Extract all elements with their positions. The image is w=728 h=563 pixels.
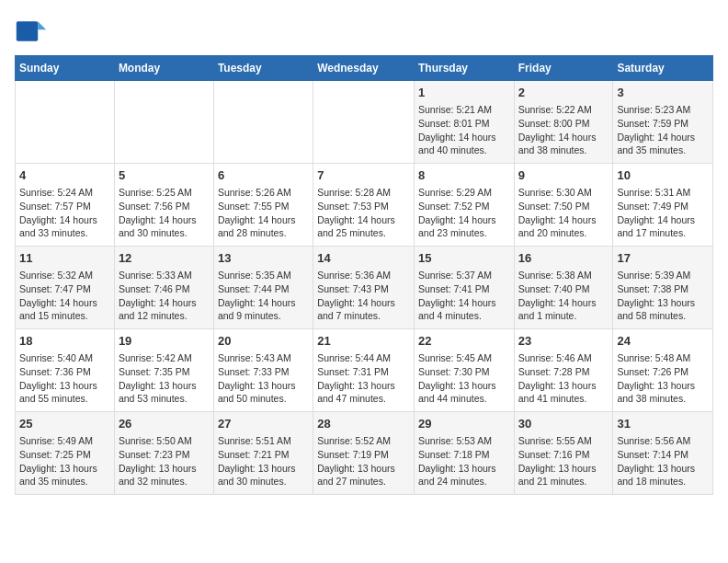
day-content: Sunrise: 5:29 AM Sunset: 7:52 PM Dayligh… <box>418 186 510 240</box>
day-content: Sunrise: 5:33 AM Sunset: 7:46 PM Dayligh… <box>119 269 210 323</box>
day-number: 18 <box>19 333 110 350</box>
day-content: Sunrise: 5:35 AM Sunset: 7:44 PM Dayligh… <box>218 269 309 323</box>
day-content: Sunrise: 5:31 AM Sunset: 7:49 PM Dayligh… <box>617 186 709 240</box>
day-content: Sunrise: 5:44 AM Sunset: 7:31 PM Dayligh… <box>317 351 410 406</box>
day-number: 1 <box>418 85 510 101</box>
day-number: 27 <box>218 416 309 432</box>
calendar-cell: 11Sunrise: 5:32 AM Sunset: 7:47 PM Dayli… <box>16 247 115 329</box>
calendar-week-row: 18Sunrise: 5:40 AM Sunset: 7:36 PM Dayli… <box>16 329 713 412</box>
day-content: Sunrise: 5:56 AM Sunset: 7:14 PM Dayligh… <box>617 434 709 488</box>
svg-marker-1 <box>38 21 46 29</box>
calendar-cell: 6Sunrise: 5:26 AM Sunset: 7:55 PM Daylig… <box>213 164 313 247</box>
day-number: 15 <box>418 250 510 267</box>
day-number: 14 <box>317 250 410 267</box>
day-content: Sunrise: 5:43 AM Sunset: 7:33 PM Dayligh… <box>218 351 309 406</box>
header-wednesday: Wednesday <box>313 56 415 81</box>
day-content: Sunrise: 5:40 AM Sunset: 7:36 PM Dayligh… <box>19 351 110 406</box>
day-content: Sunrise: 5:53 AM Sunset: 7:18 PM Dayligh… <box>418 434 510 488</box>
day-content: Sunrise: 5:30 AM Sunset: 7:50 PM Dayligh… <box>518 186 609 240</box>
calendar-cell: 24Sunrise: 5:48 AM Sunset: 7:26 PM Dayli… <box>613 329 713 412</box>
day-content: Sunrise: 5:49 AM Sunset: 7:25 PM Dayligh… <box>19 434 110 488</box>
day-content: Sunrise: 5:21 AM Sunset: 8:01 PM Dayligh… <box>418 103 510 157</box>
calendar-cell: 8Sunrise: 5:29 AM Sunset: 7:52 PM Daylig… <box>414 164 514 247</box>
calendar-week-row: 1Sunrise: 5:21 AM Sunset: 8:01 PM Daylig… <box>16 81 713 164</box>
calendar-cell: 16Sunrise: 5:38 AM Sunset: 7:40 PM Dayli… <box>514 247 613 329</box>
day-content: Sunrise: 5:50 AM Sunset: 7:23 PM Dayligh… <box>119 434 210 488</box>
calendar-week-row: 25Sunrise: 5:49 AM Sunset: 7:25 PM Dayli… <box>16 412 713 495</box>
day-content: Sunrise: 5:37 AM Sunset: 7:41 PM Dayligh… <box>418 269 510 323</box>
day-number: 7 <box>317 167 410 184</box>
day-number: 8 <box>418 167 510 184</box>
calendar-cell: 17Sunrise: 5:39 AM Sunset: 7:38 PM Dayli… <box>613 247 713 329</box>
logo-icon <box>15 15 48 48</box>
header-tuesday: Tuesday <box>213 56 313 81</box>
day-number: 21 <box>317 333 410 350</box>
calendar-cell: 5Sunrise: 5:25 AM Sunset: 7:56 PM Daylig… <box>114 164 213 247</box>
day-content: Sunrise: 5:46 AM Sunset: 7:28 PM Dayligh… <box>518 351 609 406</box>
day-number: 31 <box>617 416 709 432</box>
calendar-cell <box>213 81 313 164</box>
calendar-cell: 15Sunrise: 5:37 AM Sunset: 7:41 PM Dayli… <box>414 247 514 329</box>
day-number: 13 <box>218 250 309 267</box>
calendar-cell: 27Sunrise: 5:51 AM Sunset: 7:21 PM Dayli… <box>213 412 313 495</box>
day-number: 11 <box>19 250 110 267</box>
day-number: 30 <box>518 416 609 432</box>
calendar-header-row: SundayMondayTuesdayWednesdayThursdayFrid… <box>16 56 713 81</box>
day-content: Sunrise: 5:42 AM Sunset: 7:35 PM Dayligh… <box>119 351 210 406</box>
day-content: Sunrise: 5:39 AM Sunset: 7:38 PM Dayligh… <box>617 269 709 323</box>
calendar-cell: 10Sunrise: 5:31 AM Sunset: 7:49 PM Dayli… <box>613 164 713 247</box>
calendar-cell <box>114 81 213 164</box>
calendar-cell: 25Sunrise: 5:49 AM Sunset: 7:25 PM Dayli… <box>16 412 115 495</box>
calendar-cell: 21Sunrise: 5:44 AM Sunset: 7:31 PM Dayli… <box>313 329 415 412</box>
calendar-week-row: 4Sunrise: 5:24 AM Sunset: 7:57 PM Daylig… <box>16 164 713 247</box>
calendar-cell: 31Sunrise: 5:56 AM Sunset: 7:14 PM Dayli… <box>613 412 713 495</box>
day-content: Sunrise: 5:26 AM Sunset: 7:55 PM Dayligh… <box>218 186 309 240</box>
day-number: 23 <box>518 333 609 350</box>
day-number: 9 <box>518 167 609 184</box>
day-number: 19 <box>119 333 210 350</box>
day-content: Sunrise: 5:24 AM Sunset: 7:57 PM Dayligh… <box>19 186 110 240</box>
day-content: Sunrise: 5:51 AM Sunset: 7:21 PM Dayligh… <box>218 434 309 488</box>
day-number: 6 <box>218 167 309 184</box>
day-content: Sunrise: 5:52 AM Sunset: 7:19 PM Dayligh… <box>317 434 410 488</box>
calendar-cell: 29Sunrise: 5:53 AM Sunset: 7:18 PM Dayli… <box>414 412 514 495</box>
calendar-cell: 18Sunrise: 5:40 AM Sunset: 7:36 PM Dayli… <box>16 329 115 412</box>
day-number: 26 <box>119 416 210 432</box>
day-content: Sunrise: 5:23 AM Sunset: 7:59 PM Dayligh… <box>617 103 709 157</box>
calendar-cell: 13Sunrise: 5:35 AM Sunset: 7:44 PM Dayli… <box>213 247 313 329</box>
calendar-cell: 22Sunrise: 5:45 AM Sunset: 7:30 PM Dayli… <box>414 329 514 412</box>
day-content: Sunrise: 5:55 AM Sunset: 7:16 PM Dayligh… <box>518 434 609 488</box>
calendar-cell: 19Sunrise: 5:42 AM Sunset: 7:35 PM Dayli… <box>114 329 213 412</box>
calendar-cell: 26Sunrise: 5:50 AM Sunset: 7:23 PM Dayli… <box>114 412 213 495</box>
header-monday: Monday <box>114 56 213 81</box>
day-number: 28 <box>317 416 410 432</box>
calendar-cell: 30Sunrise: 5:55 AM Sunset: 7:16 PM Dayli… <box>514 412 613 495</box>
day-content: Sunrise: 5:32 AM Sunset: 7:47 PM Dayligh… <box>19 269 110 323</box>
calendar-cell: 4Sunrise: 5:24 AM Sunset: 7:57 PM Daylig… <box>16 164 115 247</box>
calendar-table: SundayMondayTuesdayWednesdayThursdayFrid… <box>15 55 713 495</box>
day-number: 20 <box>218 333 309 350</box>
day-number: 4 <box>19 167 110 184</box>
header-friday: Friday <box>514 56 613 81</box>
day-content: Sunrise: 5:28 AM Sunset: 7:53 PM Dayligh… <box>317 186 410 240</box>
calendar-cell: 1Sunrise: 5:21 AM Sunset: 8:01 PM Daylig… <box>414 81 514 164</box>
logo <box>15 15 51 48</box>
calendar-cell: 12Sunrise: 5:33 AM Sunset: 7:46 PM Dayli… <box>114 247 213 329</box>
day-content: Sunrise: 5:48 AM Sunset: 7:26 PM Dayligh… <box>617 351 709 406</box>
day-content: Sunrise: 5:22 AM Sunset: 8:00 PM Dayligh… <box>518 103 609 157</box>
day-number: 2 <box>518 85 609 101</box>
day-number: 25 <box>19 416 110 432</box>
day-number: 24 <box>617 333 709 350</box>
page-header <box>15 15 713 48</box>
day-number: 16 <box>518 250 609 267</box>
svg-rect-0 <box>17 21 38 41</box>
day-number: 10 <box>617 167 709 184</box>
day-content: Sunrise: 5:45 AM Sunset: 7:30 PM Dayligh… <box>418 351 510 406</box>
calendar-cell: 3Sunrise: 5:23 AM Sunset: 7:59 PM Daylig… <box>613 81 713 164</box>
calendar-cell: 9Sunrise: 5:30 AM Sunset: 7:50 PM Daylig… <box>514 164 613 247</box>
day-number: 3 <box>617 85 709 101</box>
day-number: 5 <box>119 167 210 184</box>
day-content: Sunrise: 5:38 AM Sunset: 7:40 PM Dayligh… <box>518 269 609 323</box>
calendar-cell <box>313 81 415 164</box>
day-number: 29 <box>418 416 510 432</box>
